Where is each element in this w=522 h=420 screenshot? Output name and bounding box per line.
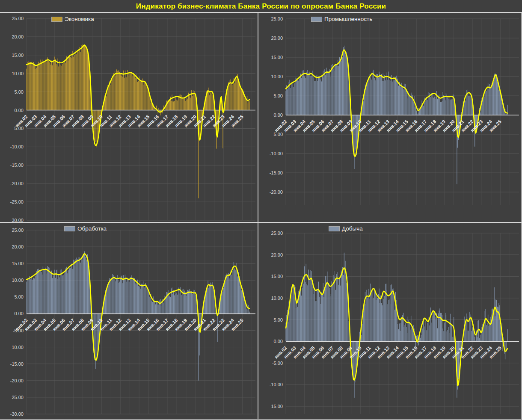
svg-text:25.00: 25.00 (271, 16, 283, 21)
legend-swatch-economy (51, 17, 62, 22)
svg-text:-20.00: -20.00 (10, 181, 24, 186)
panel-divider-right (521, 12, 522, 420)
svg-text:15.00: 15.00 (271, 274, 283, 279)
legend-industry: Промышленность (311, 16, 372, 22)
panel-divider-top (0, 12, 522, 13)
legend-manufacturing: Обработка (64, 225, 107, 232)
legend-label-mining: Добыча (342, 225, 363, 232)
legend-swatch-mining (329, 226, 340, 231)
svg-text:-10.00: -10.00 (10, 345, 24, 350)
svg-text:20.00: 20.00 (271, 35, 283, 41)
legend-economy: Экономика (51, 16, 94, 22)
svg-text:10.00: 10.00 (271, 296, 283, 301)
svg-text:-10.00: -10.00 (10, 144, 24, 149)
svg-text:5.00: 5.00 (274, 93, 283, 98)
svg-text:15.00: 15.00 (271, 55, 283, 60)
svg-text:-5.00: -5.00 (272, 361, 283, 366)
svg-text:-15.00: -15.00 (10, 163, 24, 168)
chart-panel-industry: -20.00-15.00-10.00-5.000.005.0010.0015.0… (258, 13, 522, 222)
svg-text:-15.00: -15.00 (270, 170, 283, 175)
svg-text:5.00: 5.00 (15, 294, 24, 299)
svg-text:20.00: 20.00 (12, 34, 24, 39)
svg-text:25.00: 25.00 (12, 228, 24, 233)
business-climate-dashboard: Индикатор бизнес-климата Банка России по… (0, 0, 522, 420)
svg-text:-20.00: -20.00 (10, 378, 24, 383)
svg-text:10.00: 10.00 (271, 74, 283, 79)
svg-text:-20.00: -20.00 (270, 189, 283, 195)
svg-text:-25.00: -25.00 (10, 199, 24, 204)
chart-plot-manufacturing: -30.00-25.00-20.00-15.00-10.00-5.000.005… (0, 222, 258, 420)
panel-divider-bottom (0, 419, 522, 420)
svg-text:-15.00: -15.00 (270, 404, 283, 409)
chart-plot-economy: -30.00-25.00-20.00-15.00-10.00-5.000.005… (0, 13, 258, 222)
svg-text:0.00: 0.00 (274, 339, 283, 344)
svg-text:0.00: 0.00 (15, 108, 24, 113)
svg-text:-30.00: -30.00 (10, 411, 24, 417)
svg-text:0.00: 0.00 (15, 311, 24, 316)
svg-text:25.00: 25.00 (271, 231, 283, 236)
page-title: Индикатор бизнес-климата Банка России по… (0, 0, 522, 13)
svg-text:10.00: 10.00 (12, 71, 24, 76)
svg-text:-10.00: -10.00 (270, 151, 283, 156)
legend-swatch-industry (311, 17, 322, 22)
chart-plot-industry: -20.00-15.00-10.00-5.000.005.0010.0015.0… (258, 13, 522, 222)
svg-text:20.00: 20.00 (271, 252, 283, 257)
svg-text:5.00: 5.00 (15, 89, 24, 95)
chart-panel-manufacturing: -30.00-25.00-20.00-15.00-10.00-5.000.005… (0, 222, 258, 420)
panel-divider-middle (0, 222, 522, 223)
svg-text:0.00: 0.00 (274, 112, 283, 118)
legend-label-industry: Промышленность (324, 16, 372, 22)
charts-grid: -30.00-25.00-20.00-15.00-10.00-5.000.005… (0, 13, 522, 420)
svg-text:25.00: 25.00 (12, 16, 24, 21)
legend-label-manufacturing: Обработка (77, 225, 107, 232)
chart-panel-mining: -15.00-10.00-5.000.005.0010.0015.0020.00… (258, 222, 522, 420)
svg-text:-15.00: -15.00 (10, 361, 24, 367)
svg-text:10.00: 10.00 (12, 278, 24, 283)
panel-divider-vertical (258, 12, 258, 420)
svg-text:5.00: 5.00 (274, 317, 283, 322)
svg-text:20.00: 20.00 (12, 244, 24, 249)
svg-text:-25.00: -25.00 (10, 395, 24, 400)
legend-label-economy: Экономика (65, 16, 94, 22)
chart-plot-mining: -15.00-10.00-5.000.005.0010.0015.0020.00… (258, 222, 522, 420)
svg-text:15.00: 15.00 (12, 53, 24, 58)
svg-text:-10.00: -10.00 (270, 382, 283, 387)
legend-mining: Добыча (329, 225, 363, 232)
chart-panel-economy: -30.00-25.00-20.00-15.00-10.00-5.000.005… (0, 13, 258, 222)
svg-text:15.00: 15.00 (12, 261, 24, 266)
legend-swatch-manufacturing (64, 226, 75, 231)
